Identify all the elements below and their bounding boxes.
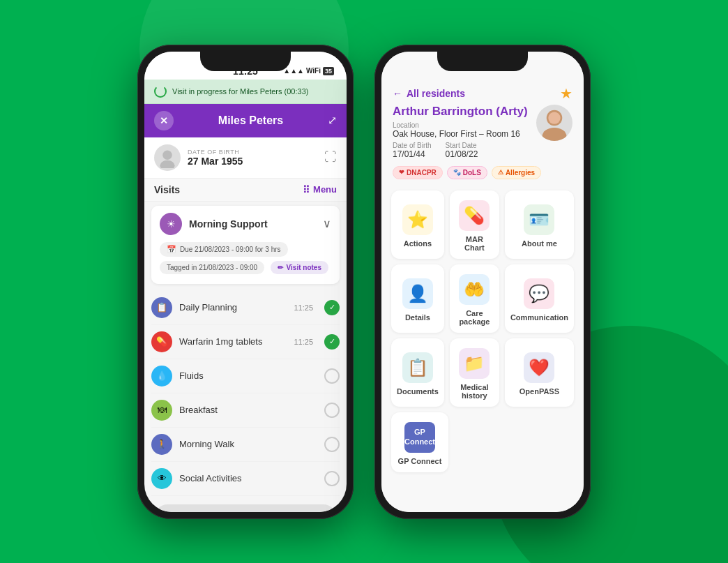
card-icon: 💬 — [524, 278, 554, 309]
task-icon: 🚶 — [151, 434, 172, 455]
fullscreen-icon[interactable]: ⛶ — [324, 150, 337, 165]
visit-notes-button[interactable]: ✏ Visit notes — [271, 261, 328, 274]
wifi-icon: WiFi — [306, 67, 321, 75]
task-name: Fluids — [179, 370, 317, 381]
task-row[interactable]: 🍽Breakfast — [151, 393, 340, 428]
visits-header: Visits ⠿ Menu — [144, 179, 347, 202]
expand-icon[interactable]: ⤢ — [328, 114, 337, 127]
gp-label: GP Connect — [398, 457, 442, 465]
task-check-empty[interactable] — [324, 368, 340, 384]
phone1: 11:25 ▲▲▲ WiFi 35 Visit in progress for … — [137, 45, 354, 519]
badges-row: ❤DNACPR🐾DoLS⚠Allergies — [381, 160, 584, 185]
signal-icon: ▲▲▲ — [283, 67, 304, 75]
visit-row[interactable]: ☀ Morning Support ∨ — [151, 206, 340, 242]
grid-card[interactable]: 📁 Medical history — [450, 338, 499, 407]
card-label: OpenPASS — [520, 387, 559, 396]
card-icon-symbol: 💬 — [529, 284, 549, 303]
grid-card[interactable]: 💊 MAR Chart — [450, 190, 499, 259]
task-name: Warfarin 1mg tablets — [179, 336, 287, 347]
back-label: All residents — [407, 88, 465, 99]
resident-info: Arthur Barrington (Arty) Location Oak Ho… — [381, 105, 584, 160]
phone2: ← All residents ★ Arthur Barrington (Art… — [374, 45, 591, 519]
badge: ❤DNACPR — [393, 166, 443, 179]
task-icon: 🍽 — [151, 400, 172, 421]
location-value: Oak House, Floor First – Room 16 — [393, 129, 529, 139]
resident-photo — [536, 105, 572, 141]
badge-icon: ❤ — [399, 169, 404, 176]
card-icon: 🪪 — [524, 204, 554, 235]
badge-icon: ⚠ — [498, 169, 503, 176]
task-row[interactable]: 💊Warfarin 1mg tablets11:25✓ — [151, 325, 340, 359]
card-label: Care package — [455, 309, 494, 326]
phone2-screen: ← All residents ★ Arthur Barrington (Art… — [381, 52, 584, 512]
gp-inner: GPConnect — [404, 422, 435, 453]
card-icon-symbol: 🪪 — [529, 210, 549, 230]
sun-icon: ☀ — [167, 218, 176, 230]
task-check-done[interactable]: ✓ — [324, 334, 340, 350]
tagged-chip: Tagged in 21/08/2023 - 09:00 — [160, 261, 264, 274]
visits-label: Visits — [154, 184, 180, 195]
task-row[interactable]: 👁Social Activities — [151, 462, 340, 496]
svg-point-4 — [548, 112, 560, 123]
task-row[interactable]: 💧Fluids — [151, 359, 340, 393]
task-check-empty[interactable] — [324, 403, 340, 418]
task-name: Social Activities — [179, 473, 317, 483]
gp-connect-card[interactable]: GPConnect GP Connect — [391, 412, 448, 472]
grid-card[interactable]: 📋 Documents — [391, 338, 444, 407]
patient-header: ✕ Miles Peters ⤢ — [144, 104, 347, 137]
notch1 — [200, 52, 291, 71]
resident-details: Arthur Barrington (Arty) Location Oak Ho… — [393, 105, 529, 160]
grid-card[interactable]: 👤 Details — [391, 264, 444, 333]
card-label: MAR Chart — [455, 235, 494, 252]
card-icon: 💊 — [459, 200, 490, 231]
card-icon: 👤 — [402, 278, 433, 309]
location-label: Location — [393, 121, 529, 129]
tasks-list: 📋Daily Planning11:25✓💊Warfarin 1mg table… — [144, 288, 347, 499]
close-button[interactable]: ✕ — [154, 111, 174, 130]
visit-banner: Visit in progress for Miles Peters (00:3… — [144, 80, 347, 104]
grid-card[interactable]: 💬 Communication — [505, 264, 574, 333]
task-row[interactable]: 📋Daily Planning11:25✓ — [151, 291, 340, 325]
grid-card[interactable]: ❤️ OpenPASS — [505, 338, 574, 407]
task-icon: 💧 — [151, 366, 172, 386]
spinner-icon — [154, 85, 167, 98]
svg-point-1 — [160, 160, 175, 167]
menu-label: Menu — [313, 184, 337, 195]
card-icon-symbol: ⭐ — [407, 210, 428, 230]
patient-dob: DATE OF BIRTH 27 Mar 1955 — [188, 149, 317, 167]
badge: 🐾DoLS — [447, 166, 487, 179]
visit-item: ☀ Morning Support ∨ 📅 Due 21/08/2023 - 0… — [151, 206, 340, 284]
task-check-done[interactable]: ✓ — [324, 300, 340, 315]
gp-inner-text: GPConnect — [404, 428, 435, 446]
card-icon-symbol: 👤 — [407, 284, 428, 303]
start-date-label: Start Date — [446, 142, 478, 149]
badge: ⚠Allergies — [492, 166, 541, 179]
star-icon[interactable]: ★ — [560, 85, 572, 102]
card-icon-symbol: 📋 — [407, 358, 428, 377]
card-label: Communication — [510, 313, 568, 322]
badge-icon: 🐾 — [453, 169, 461, 176]
task-name: Morning Walk — [179, 439, 317, 449]
grid-card[interactable]: ⭐ Actions — [391, 190, 444, 259]
info-row: Date of Birth 17/01/44 Start Date 01/08/… — [393, 142, 529, 160]
phones-container: 11:25 ▲▲▲ WiFi 35 Visit in progress for … — [137, 45, 591, 519]
dob-label: DATE OF BIRTH — [188, 149, 317, 156]
card-icon-symbol: 🤲 — [464, 280, 485, 299]
phone1-screen: 11:25 ▲▲▲ WiFi 35 Visit in progress for … — [144, 52, 347, 512]
card-label: Medical history — [455, 383, 494, 400]
grid-icon: ⠿ — [303, 184, 310, 195]
notch2 — [437, 52, 528, 71]
due-chip: 📅 Due 21/08/2023 - 09:00 for 3 hrs — [160, 242, 288, 257]
menu-button[interactable]: ⠿ Menu — [303, 184, 337, 195]
task-check-empty[interactable] — [324, 437, 340, 452]
visit-icon: ☀ — [160, 213, 182, 235]
task-row[interactable]: 🚶Morning Walk — [151, 428, 340, 462]
card-icon: ❤️ — [524, 352, 554, 383]
task-icon: 👁 — [151, 468, 172, 489]
grid-card[interactable]: 🪪 About me — [505, 190, 574, 259]
grid-card[interactable]: 🤲 Care package — [450, 264, 499, 333]
back-button[interactable]: ← All residents — [393, 88, 465, 99]
chevron-down-icon[interactable]: ∨ — [323, 217, 331, 230]
task-check-empty[interactable] — [324, 471, 340, 486]
finish-visit-button[interactable]: ✓ FINISH VISIT — [154, 504, 337, 512]
